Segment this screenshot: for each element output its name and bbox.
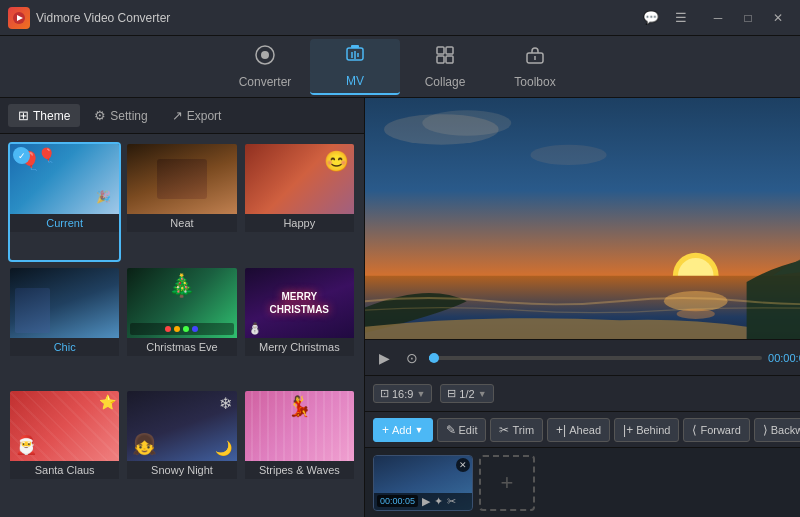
forward-button[interactable]: ⟨ Forward xyxy=(683,418,749,442)
export-icon: ↗ xyxy=(172,108,183,123)
behind-label: Behind xyxy=(636,424,670,436)
theme-name-snowy-night: Snowy Night xyxy=(127,461,236,479)
clip-scissors-icon[interactable]: ✂ xyxy=(447,495,456,508)
edit-button[interactable]: ✎ Edit xyxy=(437,418,487,442)
svg-rect-9 xyxy=(437,47,444,54)
theme-name-stripes-waves: Stripes & Waves xyxy=(245,461,354,479)
chat-icon[interactable]: 💬 xyxy=(640,7,662,29)
tab-mv[interactable]: MV xyxy=(310,39,400,95)
edit-label: Edit xyxy=(459,424,478,436)
theme-item-snowy-night[interactable]: ❄ 👧 🌙 Snowy Night xyxy=(125,389,238,509)
converter-label: Converter xyxy=(239,75,292,89)
theme-item-chic[interactable]: Chic xyxy=(8,266,121,386)
add-icon: + xyxy=(382,423,389,437)
svg-rect-10 xyxy=(446,47,453,54)
resolution-chevron-icon: ▼ xyxy=(478,389,487,399)
video-preview xyxy=(365,98,800,339)
theme-grid: 🎈 🎈 🎉 Current ✓ Neat xyxy=(0,134,364,517)
clip-settings-icon[interactable]: ✦ xyxy=(434,495,443,508)
converter-icon xyxy=(254,44,276,71)
theme-item-merry-christmas[interactable]: MERRYCHRISTMAS ⛄ Merry Christmas xyxy=(243,266,356,386)
theme-name-happy: Happy xyxy=(245,214,354,232)
sub-tab-export[interactable]: ↗ Export xyxy=(162,104,232,127)
timeline-clip: ✕ 00:00:05 ▶ ✦ ✂ xyxy=(373,455,473,511)
ratio-button[interactable]: ⊡ 16:9 ▼ xyxy=(373,384,432,403)
progress-dot xyxy=(429,353,439,363)
nav-tabs: Converter MV Collage xyxy=(0,36,800,98)
app-logo xyxy=(8,7,30,29)
svg-point-23 xyxy=(422,110,511,135)
play-button[interactable]: ▶ xyxy=(373,347,395,369)
add-dropdown-icon: ▼ xyxy=(415,425,424,435)
tab-collage[interactable]: Collage xyxy=(400,39,490,95)
stop-button[interactable]: ⊙ xyxy=(401,347,423,369)
theme-name-santa-claus: Santa Claus xyxy=(10,461,119,479)
menu-icon[interactable]: ☰ xyxy=(670,7,692,29)
edit-icon: ✎ xyxy=(446,423,456,437)
setting-label: Setting xyxy=(110,109,147,123)
export-label: Export xyxy=(187,109,222,123)
resolution-button[interactable]: ⊟ 1/2 ▼ xyxy=(440,384,493,403)
add-button[interactable]: + Add ▼ xyxy=(373,418,433,442)
minimize-button[interactable]: ─ xyxy=(704,7,732,29)
ahead-label: Ahead xyxy=(569,424,601,436)
export-row: ⊡ 16:9 ▼ ⊟ 1/2 ▼ ➜ Export xyxy=(365,375,800,411)
title-bar: Vidmore Video Converter 💬 ☰ ─ □ ✕ xyxy=(0,0,800,36)
theme-item-stripes-waves[interactable]: 💃 Stripes & Waves xyxy=(243,389,356,509)
trim-button[interactable]: ✂ Trim xyxy=(490,418,543,442)
main-content: ⊞ Theme ⚙ Setting ↗ Export 🎈 🎈 🎉 xyxy=(0,98,800,517)
setting-icon: ⚙ xyxy=(94,108,106,123)
tab-converter[interactable]: Converter xyxy=(220,39,310,95)
close-button[interactable]: ✕ xyxy=(764,7,792,29)
svg-point-3 xyxy=(261,51,269,59)
right-panel: ▶ ⊙ 00:00:00.00/00:00:08.02 🔊 ⊡ 16:9 ▼ ⊟… xyxy=(365,98,800,517)
theme-item-neat[interactable]: Neat xyxy=(125,142,238,262)
theme-item-current[interactable]: 🎈 🎈 🎉 Current ✓ xyxy=(8,142,121,262)
playback-controls: ▶ ⊙ 00:00:00.00/00:00:08.02 🔊 xyxy=(365,339,800,375)
svg-rect-11 xyxy=(437,56,444,63)
backward-icon: ⟩ xyxy=(763,423,768,437)
bottom-toolbar: + Add ▼ ✎ Edit ✂ Trim +| Ahead |+ Behind… xyxy=(365,411,800,447)
mv-icon xyxy=(344,43,366,70)
svg-rect-5 xyxy=(351,45,359,48)
ahead-button[interactable]: +| Ahead xyxy=(547,418,610,442)
theme-item-happy[interactable]: 😊 Happy xyxy=(243,142,356,262)
behind-button[interactable]: |+ Behind xyxy=(614,418,679,442)
theme-item-christmas-eve[interactable]: 🎄 Christmas Eve xyxy=(125,266,238,386)
theme-name-current: Current xyxy=(10,214,119,232)
svg-point-21 xyxy=(677,309,715,319)
sub-tab-theme[interactable]: ⊞ Theme xyxy=(8,104,80,127)
theme-name-merry-christmas: Merry Christmas xyxy=(245,338,354,356)
theme-grid-icon: ⊞ xyxy=(18,108,29,123)
theme-name-christmas-eve: Christmas Eve xyxy=(127,338,236,356)
aspect-icon: ⊡ xyxy=(380,387,389,400)
add-label: Add xyxy=(392,424,412,436)
progress-bar[interactable] xyxy=(429,356,762,360)
svg-rect-12 xyxy=(446,56,453,63)
window-controls: ─ □ ✕ xyxy=(704,7,792,29)
clip-close-button[interactable]: ✕ xyxy=(456,458,470,472)
clip-overlay: 00:00:05 ▶ ✦ ✂ xyxy=(374,493,472,510)
trim-label: Trim xyxy=(512,424,534,436)
add-clip-button[interactable]: + xyxy=(479,455,535,511)
backward-button[interactable]: ⟩ Backward xyxy=(754,418,800,442)
toolbox-icon xyxy=(524,44,546,71)
left-panel: ⊞ Theme ⚙ Setting ↗ Export 🎈 🎈 🎉 xyxy=(0,98,365,517)
resolution-icon: ⊟ xyxy=(447,387,456,400)
theme-name-neat: Neat xyxy=(127,214,236,232)
clip-play-icon[interactable]: ▶ xyxy=(422,495,430,508)
theme-item-santa-claus[interactable]: 🎅 ⭐ Santa Claus xyxy=(8,389,121,509)
ahead-icon: +| xyxy=(556,423,566,437)
clip-time: 00:00:05 xyxy=(377,495,418,507)
clip-icons: ▶ ✦ ✂ xyxy=(422,495,456,508)
forward-icon: ⟨ xyxy=(692,423,697,437)
timeline: ✕ 00:00:05 ▶ ✦ ✂ + xyxy=(365,447,800,517)
mv-label: MV xyxy=(346,74,364,88)
maximize-button[interactable]: □ xyxy=(734,7,762,29)
tab-toolbox[interactable]: Toolbox xyxy=(490,39,580,95)
app-title: Vidmore Video Converter xyxy=(36,11,640,25)
backward-label: Backward xyxy=(771,424,800,436)
sub-tab-setting[interactable]: ⚙ Setting xyxy=(84,104,157,127)
collage-icon xyxy=(434,44,456,71)
theme-label: Theme xyxy=(33,109,70,123)
